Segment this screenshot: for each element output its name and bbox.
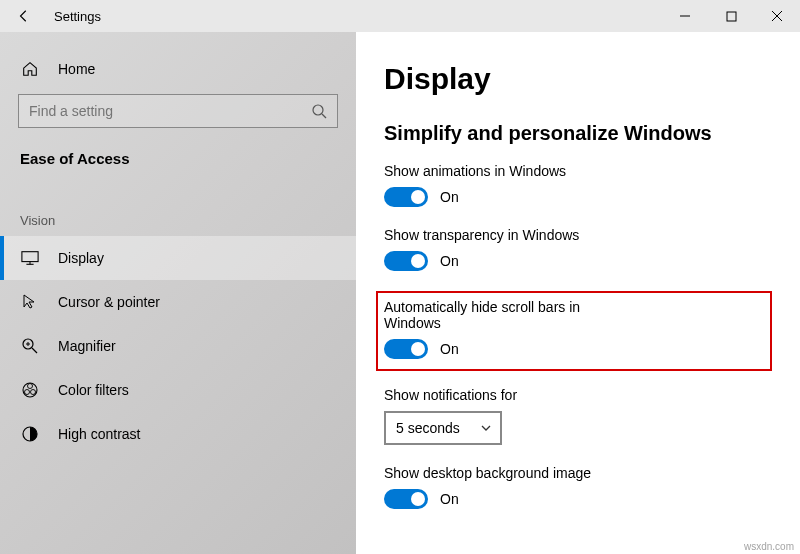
- sidebar-item-display[interactable]: Display: [0, 236, 356, 280]
- toggle-transparency[interactable]: [384, 251, 428, 271]
- toggle-state: On: [440, 189, 459, 205]
- group-label: Vision: [0, 177, 356, 236]
- home-icon: [20, 60, 40, 78]
- svg-rect-4: [22, 252, 38, 262]
- setting-label: Show desktop background image: [384, 465, 772, 481]
- high-contrast-icon: [20, 425, 40, 443]
- setting-transparency: Show transparency in Windows On: [384, 227, 772, 271]
- home-nav[interactable]: Home: [0, 52, 356, 94]
- sidebar-item-color-filters[interactable]: Color filters: [0, 368, 356, 412]
- setting-label: Show notifications for: [384, 387, 772, 403]
- page-title: Display: [384, 62, 772, 96]
- section-title: Simplify and personalize Windows: [384, 122, 772, 145]
- toggle-state: On: [440, 491, 459, 507]
- search-icon: [311, 103, 327, 119]
- magnifier-icon: [20, 337, 40, 355]
- maximize-button[interactable]: [708, 0, 754, 32]
- notifications-select[interactable]: 5 seconds: [384, 411, 502, 445]
- toggle-animations[interactable]: [384, 187, 428, 207]
- color-filters-icon: [20, 381, 40, 399]
- highlight-box: Automatically hide scroll bars in Window…: [376, 291, 772, 371]
- svg-line-3: [322, 114, 326, 118]
- setting-label: Show animations in Windows: [384, 163, 772, 179]
- content-pane: Display Simplify and personalize Windows…: [356, 32, 800, 554]
- sidebar-item-cursor[interactable]: Cursor & pointer: [0, 280, 356, 324]
- home-label: Home: [58, 61, 95, 77]
- chevron-down-icon: [480, 422, 492, 434]
- sidebar-item-high-contrast[interactable]: High contrast: [0, 412, 356, 456]
- watermark: wsxdn.com: [744, 541, 794, 552]
- svg-line-8: [32, 348, 37, 353]
- toggle-state: On: [440, 253, 459, 269]
- sidebar-item-label: Magnifier: [58, 338, 116, 354]
- select-value: 5 seconds: [396, 420, 460, 436]
- setting-label: Automatically hide scroll bars in Window…: [384, 299, 590, 331]
- setting-hide-scroll: Automatically hide scroll bars in Window…: [384, 299, 590, 359]
- toggle-state: On: [440, 341, 459, 357]
- sidebar-item-label: High contrast: [58, 426, 140, 442]
- window-title: Settings: [54, 9, 101, 24]
- svg-rect-1: [727, 12, 736, 21]
- category-title: Ease of Access: [0, 150, 356, 177]
- back-button[interactable]: [14, 9, 34, 23]
- sidebar-item-label: Color filters: [58, 382, 129, 398]
- titlebar: Settings: [0, 0, 800, 32]
- svg-point-2: [313, 105, 323, 115]
- cursor-icon: [20, 293, 40, 311]
- sidebar: Home Ease of Access Vision: [0, 32, 356, 554]
- setting-label: Show transparency in Windows: [384, 227, 772, 243]
- toggle-desktop-bg[interactable]: [384, 489, 428, 509]
- search-input[interactable]: [18, 94, 338, 128]
- svg-point-12: [28, 384, 33, 389]
- sidebar-item-magnifier[interactable]: Magnifier: [0, 324, 356, 368]
- minimize-button[interactable]: [662, 0, 708, 32]
- sidebar-item-label: Display: [58, 250, 104, 266]
- setting-desktop-bg: Show desktop background image On: [384, 465, 772, 509]
- search-field[interactable]: [29, 103, 282, 119]
- display-icon: [20, 250, 40, 266]
- setting-animations: Show animations in Windows On: [384, 163, 772, 207]
- svg-point-13: [25, 390, 30, 395]
- svg-point-14: [31, 390, 36, 395]
- sidebar-item-label: Cursor & pointer: [58, 294, 160, 310]
- setting-notifications: Show notifications for 5 seconds: [384, 387, 772, 445]
- toggle-hide-scroll[interactable]: [384, 339, 428, 359]
- close-button[interactable]: [754, 0, 800, 32]
